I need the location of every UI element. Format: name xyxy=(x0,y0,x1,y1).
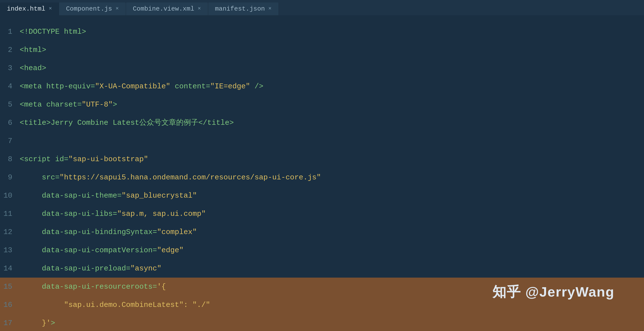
line-content: <meta http-equiv="X-UA-Compatible" conte… xyxy=(20,77,263,96)
line-number: 1 xyxy=(0,23,20,41)
code-segment: <script id= xyxy=(20,155,68,164)
code-segment: data-sap-ui-compatVersion= xyxy=(20,246,157,254)
line-number: 17 xyxy=(0,314,20,331)
line-number: 16 xyxy=(0,296,20,314)
code-segment: > xyxy=(51,319,55,327)
code-line: 8<script id="sap-ui-bootstrap" xyxy=(0,150,644,168)
code-line: 5<meta charset="UTF-8"> xyxy=(0,96,644,114)
code-segment: "async" xyxy=(130,264,162,273)
line-number: 15 xyxy=(0,278,20,296)
code-segment: <head> xyxy=(20,64,46,72)
line-number: 13 xyxy=(0,241,20,260)
code-segment: data-sap-ui-resourceroots= xyxy=(20,282,157,291)
code-segment: content= xyxy=(170,82,210,90)
code-segment: <meta http-equiv= xyxy=(20,82,95,90)
code-segment: data-sap-ui-libs= xyxy=(20,210,117,218)
code-segment: "sap-ui-bootstrap" xyxy=(68,155,148,164)
code-segment: <!DOCTYPE html> xyxy=(20,28,86,36)
code-segment: data-sap-ui-theme= xyxy=(20,192,122,200)
line-content: <meta charset="UTF-8"> xyxy=(20,96,117,114)
tab-combine-view-xml[interactable]: Combine.view.xml× xyxy=(126,2,208,15)
line-content: <title>Jerry Combine Latest公众号文章的例子</tit… xyxy=(20,114,234,132)
code-segment: /> xyxy=(250,82,263,90)
tab-label: Combine.view.xml xyxy=(133,5,194,12)
tab-index-html[interactable]: index.html× xyxy=(0,2,59,15)
code-segment: src= xyxy=(20,173,60,182)
line-content: <html> xyxy=(20,41,46,59)
code-segment: <html> xyxy=(20,46,46,54)
line-content: <!DOCTYPE html> xyxy=(20,23,86,41)
code-segment: "sap_bluecrystal" xyxy=(122,192,197,200)
line-number: 10 xyxy=(0,186,20,205)
code-segment: data-sap-ui-bindingSyntax= xyxy=(20,228,157,236)
code-segment: data-sap-ui-preload= xyxy=(20,264,130,273)
tab-component-js[interactable]: Component.js× xyxy=(59,2,126,15)
line-content: data-sap-ui-libs="sap.m, sap.ui.comp" xyxy=(20,205,206,223)
line-number: 11 xyxy=(0,205,20,223)
code-line: 12 data-sap-ui-bindingSyntax="complex" xyxy=(0,223,644,241)
code-segment: <title>Jerry Combine Latest公众号文章的例子</tit… xyxy=(20,118,234,127)
code-line: 1<!DOCTYPE html> xyxy=(0,23,644,41)
code-line: 2<html> xyxy=(0,41,644,59)
code-line: 17 }'> xyxy=(0,314,644,331)
code-line: 6<title>Jerry Combine Latest公众号文章的例子</ti… xyxy=(0,114,644,132)
code-line: 3<head> xyxy=(0,59,644,77)
tab-close-button[interactable]: × xyxy=(49,6,52,12)
line-number: 5 xyxy=(0,96,20,114)
line-content: data-sap-ui-theme="sap_bluecrystal" xyxy=(20,186,197,205)
code-segment: "https://sapui5.hana.ondemand.com/resour… xyxy=(60,173,321,182)
tab-label: manifest.json xyxy=(215,5,265,12)
code-line: 7 xyxy=(0,132,644,150)
line-number: 2 xyxy=(0,41,20,59)
tab-bar: index.html×Component.js×Combine.view.xml… xyxy=(0,0,644,15)
code-line: 9 src="https://sapui5.hana.ondemand.com/… xyxy=(0,168,644,186)
line-number: 7 xyxy=(0,132,20,150)
line-content: data-sap-ui-preload="async" xyxy=(20,260,162,278)
line-content: }'> xyxy=(20,314,55,331)
code-segment: "sap.ui.demo.CombineLatest": "./" xyxy=(20,301,210,309)
tab-close-button[interactable]: × xyxy=(268,6,272,12)
code-segment: }' xyxy=(20,319,51,327)
line-number: 12 xyxy=(0,223,20,241)
line-number: 9 xyxy=(0,168,20,186)
code-line: 11 data-sap-ui-libs="sap.m, sap.ui.comp" xyxy=(0,205,644,223)
code-segment: > xyxy=(113,100,117,109)
tab-close-button[interactable]: × xyxy=(116,6,118,12)
code-segment: "IE=edge" xyxy=(210,82,250,90)
tab-label: index.html xyxy=(7,5,45,12)
watermark: 知乎 @JerryWang xyxy=(492,283,614,302)
code-line: 14 data-sap-ui-preload="async" xyxy=(0,260,644,278)
code-segment: '{ xyxy=(157,282,166,291)
line-content: data-sap-ui-compatVersion="edge" xyxy=(20,241,184,260)
code-segment: "complex" xyxy=(157,228,197,236)
line-content: <head> xyxy=(20,59,46,77)
tab-manifest-json[interactable]: manifest.json× xyxy=(208,2,279,15)
code-area: 1<!DOCTYPE html>2<html>3<head>4<meta htt… xyxy=(0,15,644,331)
code-line: 4<meta http-equiv="X-UA-Compatible" cont… xyxy=(0,77,644,96)
code-segment: "X-UA-Compatible" xyxy=(95,82,170,90)
code-segment: <meta charset= xyxy=(20,100,82,109)
code-segment: "sap.m, sap.ui.comp" xyxy=(117,210,206,218)
line-content: "sap.ui.demo.CombineLatest": "./" xyxy=(20,296,210,314)
line-number: 3 xyxy=(0,59,20,77)
line-content: data-sap-ui-resourceroots='{ xyxy=(20,278,166,296)
code-line: 10 data-sap-ui-theme="sap_bluecrystal" xyxy=(0,186,644,205)
line-content: <script id="sap-ui-bootstrap" xyxy=(20,150,148,168)
code-segment: "edge" xyxy=(157,246,184,254)
code-line: 13 data-sap-ui-compatVersion="edge" xyxy=(0,241,644,260)
tab-close-button[interactable]: × xyxy=(198,6,201,12)
code-segment: "UTF-8" xyxy=(82,100,113,109)
line-number: 6 xyxy=(0,114,20,132)
line-content: data-sap-ui-bindingSyntax="complex" xyxy=(20,223,197,241)
line-content: src="https://sapui5.hana.ondemand.com/re… xyxy=(20,168,321,186)
line-number: 8 xyxy=(0,150,20,168)
line-number: 14 xyxy=(0,260,20,278)
line-number: 4 xyxy=(0,77,20,96)
tab-label: Component.js xyxy=(66,5,112,12)
